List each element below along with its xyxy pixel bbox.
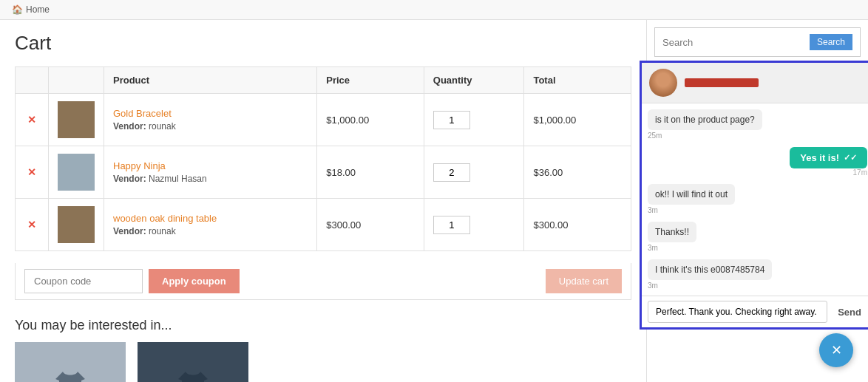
breadcrumb-home[interactable]: Home <box>26 4 50 15</box>
shirt-icon-1 <box>48 364 92 382</box>
chat-msg-row-5: I think it's this e0087485784 3m <box>648 259 867 290</box>
search-button[interactable]: Search <box>810 34 852 50</box>
search-box: Search <box>654 27 861 57</box>
checkmark-icon: ✓✓ <box>844 153 857 163</box>
chat-msg-received-1: is it on the product page? <box>648 109 762 130</box>
chat-msg-time-4: 3m <box>648 244 867 252</box>
chat-msg-row-4: Thanks!! 3m <box>648 222 867 252</box>
chat-name-bar <box>685 78 759 87</box>
chat-msg-time-3: 3m <box>648 206 867 214</box>
product-card-2[interactable] <box>138 342 248 382</box>
vendor-row1: Vendor: rounak <box>113 121 308 132</box>
coupon-update-row: Apply coupon Update cart <box>15 263 631 300</box>
remove-row2-button[interactable]: ✕ <box>24 166 39 178</box>
col-header-quantity: Quantity <box>424 67 524 94</box>
col-header-price: Price <box>317 67 424 94</box>
remove-row3-button[interactable]: ✕ <box>24 219 39 231</box>
apply-coupon-button[interactable]: Apply coupon <box>149 269 240 293</box>
qty-row3[interactable] <box>433 216 470 234</box>
product-card-1[interactable] <box>15 342 126 382</box>
total-row1: $1,000.00 <box>524 94 631 146</box>
qty-row2[interactable] <box>433 163 470 182</box>
table-row: ✕ wooden oak dining table Vendor: rounak… <box>16 199 631 251</box>
price-row3: $300.00 <box>317 199 424 251</box>
product-link-1[interactable]: Gold Bracelet <box>113 108 172 119</box>
chat-avatar <box>649 69 677 97</box>
chat-msg-row-2: Yes it is! ✓✓ 17m <box>648 147 867 177</box>
chat-msg-sent-1: Yes it is! ✓✓ <box>790 147 867 168</box>
product-link-3[interactable]: wooden oak dining table <box>113 213 217 224</box>
product-link-2[interactable]: Happy Ninja <box>113 160 166 171</box>
col-header-total: Total <box>524 67 631 94</box>
remove-row1-button[interactable]: ✕ <box>24 114 39 126</box>
total-row3: $300.00 <box>524 199 631 251</box>
product-card-img-2 <box>138 342 248 382</box>
chat-msg-received-2: ok!! I will find it out <box>648 184 735 205</box>
product-cards <box>15 342 631 382</box>
chat-messages[interactable]: is it on the product page? 25m Yes it is… <box>642 103 868 296</box>
float-chat-button[interactable]: ✕ <box>819 333 853 367</box>
chat-msg-received-4: I think it's this e0087485784 <box>648 259 772 280</box>
product-thumb-2 <box>58 154 95 191</box>
total-row2: $36.00 <box>524 146 631 199</box>
home-icon: 🏠 <box>12 4 23 15</box>
you-may-title: You may be interested in... <box>15 318 631 333</box>
top-bar: 🏠 Home <box>0 0 868 20</box>
col-header-thumb <box>49 67 104 94</box>
chat-text-input[interactable] <box>648 301 827 323</box>
chat-overlay: is it on the product page? 25m Yes it is… <box>640 61 868 330</box>
product-card-img-1 <box>15 342 126 382</box>
chat-send-button[interactable]: Send <box>832 304 867 321</box>
page-title: Cart <box>15 32 631 55</box>
price-row1: $1,000.00 <box>317 94 424 146</box>
coupon-input[interactable] <box>24 269 143 293</box>
vendor-row2: Vendor: Nazmul Hasan <box>113 174 308 184</box>
col-header-remove <box>16 67 49 94</box>
chat-msg-received-3: Thanks!! <box>648 222 696 242</box>
table-row: ✕ Happy Ninja Vendor: Nazmul Hasan $18.0… <box>16 146 631 199</box>
search-input[interactable] <box>662 37 810 48</box>
main-layout: Cart Product Price Quantity Total ✕ <box>0 20 868 382</box>
cart-table: Product Price Quantity Total ✕ Gold Brac… <box>15 66 631 251</box>
price-row2: $18.00 <box>317 146 424 199</box>
float-chat-icon: ✕ <box>831 342 842 358</box>
chat-msg-row-3: ok!! I will find it out 3m <box>648 184 867 214</box>
left-content: Cart Product Price Quantity Total ✕ <box>0 20 646 382</box>
you-may-section: You may be interested in... <box>15 318 631 382</box>
chat-msg-time-1: 25m <box>648 132 867 140</box>
chat-msg-row-1: is it on the product page? 25m <box>648 109 867 140</box>
update-cart-button[interactable]: Update cart <box>546 269 622 293</box>
chat-avatar-inner <box>649 69 677 97</box>
chat-header <box>642 63 868 103</box>
vendor-row3: Vendor: rounak <box>113 226 308 236</box>
product-thumb-1 <box>58 101 95 138</box>
table-row: ✕ Gold Bracelet Vendor: rounak $1,000.00… <box>16 94 631 146</box>
product-thumb-3 <box>58 206 95 243</box>
qty-row1[interactable] <box>433 111 470 129</box>
col-header-product: Product <box>104 67 317 94</box>
chat-sent-time-1: 17m <box>648 168 867 177</box>
shirt-icon-2 <box>171 364 215 382</box>
right-sidebar: Search Recent Hello wo Recent tarun on A… <box>646 20 868 382</box>
chat-input-row: Send <box>642 296 868 327</box>
chat-msg-time-5: 3m <box>648 282 867 290</box>
